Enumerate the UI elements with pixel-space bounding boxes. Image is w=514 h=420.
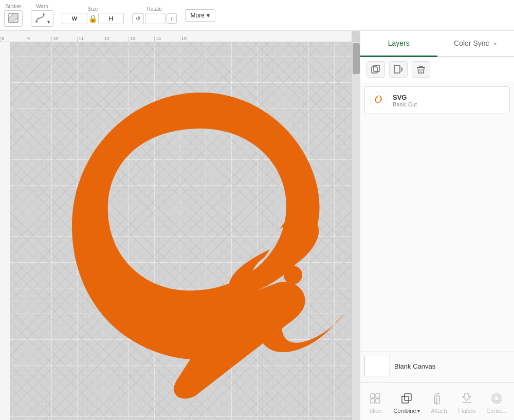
height-input[interactable]: [98, 13, 124, 24]
contour-icon-svg: [490, 392, 503, 405]
os-logo-svg: [41, 77, 360, 411]
rotate-control: ↺ ↑: [132, 13, 177, 24]
size-label: Size: [88, 6, 98, 12]
more-label: More: [191, 12, 205, 19]
toolbar: Sticker Warp Size 🔒 Rotate: [0, 0, 514, 31]
slice-label: Slice: [369, 408, 381, 414]
ruler-marks: 8 9 10 11 12 13 14 15: [0, 31, 206, 42]
duplicate-icon: [371, 65, 380, 74]
svg-rect-7: [374, 65, 379, 71]
layers-list: O SVG Basic Cut: [360, 82, 514, 351]
scrollbar-vertical[interactable]: [352, 42, 360, 420]
tab-layers[interactable]: Layers: [360, 31, 437, 57]
width-input[interactable]: [62, 13, 87, 24]
svg-rect-12: [376, 394, 380, 398]
more-button[interactable]: More ▾: [185, 9, 215, 22]
ruler-12: 12: [103, 36, 128, 42]
svg-text:O: O: [375, 94, 382, 105]
rotate-ccw-button[interactable]: ↺: [132, 13, 144, 24]
warp-arrow: [47, 19, 50, 25]
svg-rect-6: [372, 67, 377, 73]
layer-thumb-svg: O: [369, 91, 388, 109]
ruler-9: 9: [26, 36, 51, 42]
warp-label: Warp: [36, 4, 48, 9]
blank-canvas-thumbnail: [364, 356, 390, 376]
svg-point-5: [284, 266, 302, 284]
color-sync-close-icon[interactable]: ✕: [493, 41, 497, 47]
rotate-label: Rotate: [147, 6, 162, 12]
combine-action[interactable]: Combine ▾: [390, 389, 424, 416]
lock-icon: 🔒: [88, 14, 97, 23]
ruler-11: 11: [77, 36, 103, 42]
panel-bottom: Slice Combine ▾: [360, 382, 514, 420]
contour-icon: [489, 391, 504, 406]
flip-icon: [394, 65, 403, 74]
combine-label: Combine: [394, 408, 416, 414]
delete-icon: [416, 65, 426, 74]
svg-rect-15: [402, 396, 409, 403]
panel-toolbar: [360, 57, 514, 82]
combine-icon: [399, 391, 414, 406]
sticker-label: Sticker: [6, 4, 22, 9]
delete-button[interactable]: [412, 61, 430, 78]
svg-rect-8: [394, 65, 400, 73]
slice-icon-svg: [369, 392, 381, 405]
panel-tabs: Layers Color Sync ✕: [360, 31, 514, 57]
ruler-15: 15: [180, 36, 206, 42]
canvas-area[interactable]: 8 9 10 11 12 13 14 15: [0, 31, 360, 420]
color-sync-tab-label: Color Sync: [454, 39, 489, 47]
ruler-left: [0, 42, 10, 420]
layer-info: SVG Basic Cut: [393, 94, 505, 107]
more-arrow: ▾: [207, 12, 210, 19]
flatten-icon-svg: [461, 392, 473, 405]
flatten-icon: [460, 391, 474, 406]
warp-icon: [34, 12, 46, 24]
sticker-button[interactable]: [4, 10, 23, 27]
flip-button[interactable]: [389, 61, 408, 78]
svg-rect-16: [405, 394, 411, 400]
layer-name: SVG: [393, 94, 505, 101]
ruler-13: 13: [128, 36, 154, 42]
os-logo[interactable]: [41, 77, 360, 411]
attach-action[interactable]: Attach: [427, 389, 451, 416]
flatten-action[interactable]: Flatten: [454, 389, 480, 416]
scroll-thumb[interactable]: [353, 43, 360, 74]
attach-icon-svg: [433, 392, 445, 405]
attach-label: Attach: [431, 408, 447, 414]
sticker-group: Sticker: [4, 4, 23, 27]
svg-rect-11: [371, 394, 375, 398]
ruler-8: 8: [0, 36, 26, 42]
rotate-input[interactable]: [145, 13, 166, 24]
warp-button[interactable]: [31, 10, 53, 27]
contour-label: Conto...: [487, 408, 507, 414]
layer-thumbnail: O: [369, 91, 388, 109]
svg-point-1: [35, 21, 38, 23]
svg-rect-13: [371, 399, 375, 403]
main-area: 8 9 10 11 12 13 14 15: [0, 31, 514, 420]
combine-icon-svg: [400, 392, 413, 405]
ruler-top: 8 9 10 11 12 13 14 15: [0, 31, 352, 42]
combine-arrow: ▾: [417, 408, 420, 414]
warp-group: Warp: [31, 4, 53, 27]
bottom-actions: Slice Combine ▾: [362, 387, 512, 418]
rotate-up-button[interactable]: ↑: [167, 13, 177, 24]
layer-type: Basic Cut: [393, 101, 505, 107]
rotate-group: Rotate ↺ ↑: [132, 6, 177, 24]
size-control: 🔒: [62, 13, 124, 24]
tab-color-sync[interactable]: Color Sync ✕: [437, 31, 515, 57]
slice-action[interactable]: Slice: [364, 389, 387, 416]
svg-point-2: [43, 13, 45, 15]
layer-item-svg[interactable]: O SVG Basic Cut: [364, 86, 510, 114]
svg-rect-14: [376, 399, 380, 403]
ruler-14: 14: [154, 36, 180, 42]
contour-action[interactable]: Conto...: [483, 389, 511, 416]
size-group: Size 🔒: [62, 6, 124, 24]
right-panel: Layers Color Sync ✕: [360, 31, 514, 420]
ruler-10: 10: [51, 36, 77, 42]
duplicate-button[interactable]: [366, 61, 385, 78]
slice-icon: [368, 391, 382, 406]
attach-icon: [432, 391, 446, 406]
layers-tab-label: Layers: [388, 39, 410, 47]
sticker-icon: [8, 12, 19, 24]
blank-canvas-label: Blank Canvas: [394, 362, 435, 370]
